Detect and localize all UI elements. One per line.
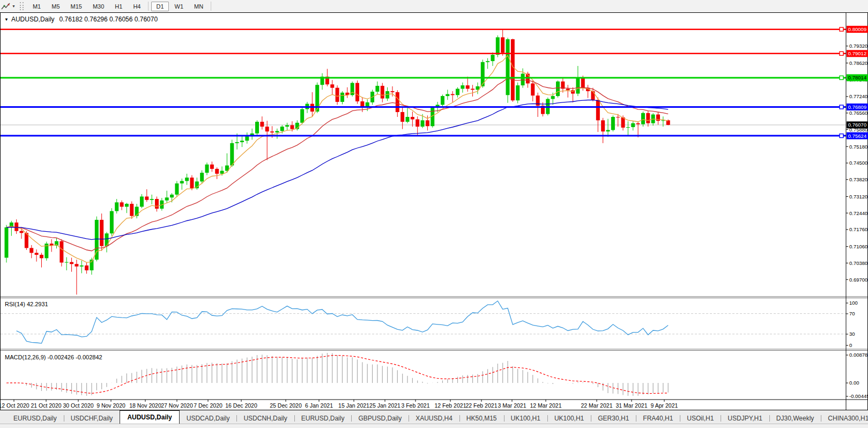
chart-tab-usdjpy-h1[interactable]: USDJPY,H1 bbox=[721, 413, 769, 424]
current-price-tag: 0.76070 bbox=[848, 122, 866, 128]
svg-text:0.74500: 0.74500 bbox=[849, 160, 867, 166]
svg-text:0: 0 bbox=[849, 342, 852, 348]
collapse-caret-icon[interactable]: ▼ bbox=[4, 17, 9, 22]
timeframe-button-m5[interactable]: M5 bbox=[47, 2, 64, 11]
svg-text:0.69700: 0.69700 bbox=[849, 277, 867, 283]
svg-text:12 Feb 2021: 12 Feb 2021 bbox=[435, 402, 466, 409]
chart-tab-usdchf-daily[interactable]: USDCHF,Daily bbox=[64, 413, 120, 424]
svg-text:9 Apr 2021: 9 Apr 2021 bbox=[651, 402, 678, 409]
chart-line-tool-icon[interactable] bbox=[1, 2, 11, 11]
svg-text:0.73820: 0.73820 bbox=[849, 176, 867, 182]
chart-tab-china300-h1[interactable]: CHINA300,H1 bbox=[821, 413, 868, 424]
chart-tab-xauusd-h4[interactable]: XAUUSD,H4 bbox=[409, 413, 459, 424]
chart-tab-gbpusd-daily[interactable]: GBPUSD,Daily bbox=[351, 413, 409, 424]
svg-text:0.79012: 0.79012 bbox=[848, 50, 866, 56]
chart-symbol-label: AUDUSD,Daily bbox=[11, 16, 55, 23]
chart-window: 0.793200.786200.779400.772400.765600.758… bbox=[0, 12, 868, 410]
svg-text:0.76560: 0.76560 bbox=[849, 110, 867, 116]
svg-text:25 Jan 2021: 25 Jan 2021 bbox=[369, 402, 400, 409]
svg-text:16 Dec 2020: 16 Dec 2020 bbox=[225, 402, 257, 409]
svg-text:-0.00445: -0.00445 bbox=[849, 393, 868, 399]
chart-tab-ger30-h1[interactable]: GER30,H1 bbox=[591, 413, 636, 424]
svg-text:15 Jan 2021: 15 Jan 2021 bbox=[338, 402, 369, 409]
svg-text:0.75624: 0.75624 bbox=[848, 133, 866, 139]
timeframe-button-mn[interactable]: MN bbox=[189, 2, 208, 11]
svg-text:25 Dec 2020: 25 Dec 2020 bbox=[270, 402, 302, 409]
chart-ohlc-values: 0.76182 0.76296 0.76056 0.76070 bbox=[60, 16, 158, 23]
svg-text:0.76809: 0.76809 bbox=[848, 104, 866, 110]
chart-tab-uk100-h1[interactable]: UK100,H1 bbox=[504, 413, 547, 424]
svg-text:12 Oct 2020: 12 Oct 2020 bbox=[0, 402, 29, 409]
svg-text:0.72440: 0.72440 bbox=[849, 210, 867, 216]
timeframe-button-h1[interactable]: H1 bbox=[110, 2, 127, 11]
chevron-down-icon[interactable]: ▼ bbox=[12, 4, 16, 8]
bottom-strip bbox=[0, 425, 868, 428]
chart-tab-eurusd-daily[interactable]: EURUSD,Daily bbox=[294, 413, 352, 424]
svg-text:0.77240: 0.77240 bbox=[849, 93, 867, 99]
svg-text:31 Mar 2021: 31 Mar 2021 bbox=[616, 402, 648, 409]
toolbar-grip[interactable] bbox=[20, 2, 24, 10]
rsi-indicator-label: RSI(14) 42.2931 bbox=[5, 301, 48, 307]
toolbar: ▼ M1M5M15M30H1H4D1W1MN bbox=[0, 0, 868, 12]
chart-tab-uk100-h1[interactable]: UK100,H1 bbox=[547, 413, 591, 424]
svg-text:0.80009: 0.80009 bbox=[848, 26, 866, 32]
svg-text:3 Feb 2021: 3 Feb 2021 bbox=[401, 402, 429, 409]
svg-text:0.71060: 0.71060 bbox=[849, 243, 867, 249]
timeframe-button-m15[interactable]: M15 bbox=[66, 2, 87, 11]
svg-text:0.008782: 0.008782 bbox=[849, 352, 868, 358]
chart-tab-dj30-weekly[interactable]: DJ30,Weekly bbox=[769, 413, 821, 424]
chart-canvas[interactable]: 0.793200.786200.779400.772400.765600.758… bbox=[0, 12, 868, 410]
svg-text:0.71760: 0.71760 bbox=[849, 226, 867, 232]
chart-tab-hk50-m15[interactable]: HK50,M15 bbox=[459, 413, 504, 424]
svg-text:18 Nov 2020: 18 Nov 2020 bbox=[129, 402, 161, 409]
svg-text:70: 70 bbox=[849, 311, 855, 316]
chart-tab-usoil-h1[interactable]: USOil,H1 bbox=[680, 413, 721, 424]
svg-text:0.78620: 0.78620 bbox=[849, 60, 867, 66]
chart-tab-usdcad-daily[interactable]: USDCAD,Daily bbox=[180, 413, 237, 424]
svg-text:0.70380: 0.70380 bbox=[849, 260, 867, 266]
chart-title: ▼AUDUSD,Daily0.76182 0.76296 0.76056 0.7… bbox=[4, 16, 158, 23]
chart-tab-bar: EURUSD,DailyUSDCHF,DailyAUDUSD,DailyUSDC… bbox=[0, 410, 868, 424]
svg-text:0.00: 0.00 bbox=[849, 380, 859, 386]
svg-text:0.78014: 0.78014 bbox=[848, 75, 866, 80]
svg-text:7 Dec 2020: 7 Dec 2020 bbox=[194, 402, 222, 409]
chart-tab-usdcnh-daily[interactable]: USDCNH,Daily bbox=[236, 413, 294, 424]
timeframe-button-w1[interactable]: W1 bbox=[170, 2, 189, 11]
chart-tab-fra40-h1[interactable]: FRA40,H1 bbox=[636, 413, 680, 424]
svg-text:27 Nov 2020: 27 Nov 2020 bbox=[161, 402, 193, 409]
svg-text:0.75180: 0.75180 bbox=[849, 144, 867, 150]
svg-text:30: 30 bbox=[849, 331, 855, 337]
chart-tab-eurusd-daily[interactable]: EURUSD,Daily bbox=[6, 413, 64, 424]
svg-text:22 Feb 2021: 22 Feb 2021 bbox=[466, 402, 498, 409]
svg-text:0.73120: 0.73120 bbox=[849, 194, 867, 200]
timeframe-button-m1[interactable]: M1 bbox=[28, 2, 46, 11]
timeframe-button-d1[interactable]: D1 bbox=[151, 2, 168, 11]
svg-text:0.79320: 0.79320 bbox=[849, 43, 867, 49]
timeframe-button-m30[interactable]: M30 bbox=[88, 2, 109, 11]
svg-text:22 Mar 2021: 22 Mar 2021 bbox=[581, 402, 613, 409]
mt4-window: ▼ M1M5M15M30H1H4D1W1MN 0.793200.786200.7… bbox=[0, 0, 868, 428]
svg-text:12 Mar 2021: 12 Mar 2021 bbox=[530, 402, 562, 409]
svg-text:30 Oct 2020: 30 Oct 2020 bbox=[63, 402, 93, 409]
svg-text:21 Oct 2020: 21 Oct 2020 bbox=[31, 402, 61, 409]
svg-text:9 Nov 2020: 9 Nov 2020 bbox=[97, 402, 125, 409]
svg-text:3 Mar 2021: 3 Mar 2021 bbox=[498, 402, 526, 409]
svg-text:6 Jan 2021: 6 Jan 2021 bbox=[305, 402, 333, 409]
timeframe-button-h4[interactable]: H4 bbox=[128, 2, 145, 11]
macd-indicator-label: MACD(12,26,9) -0.002426 -0.002842 bbox=[5, 354, 102, 360]
svg-text:100: 100 bbox=[849, 300, 858, 306]
chart-tab-audusd-daily[interactable]: AUDUSD,Daily bbox=[120, 410, 179, 424]
